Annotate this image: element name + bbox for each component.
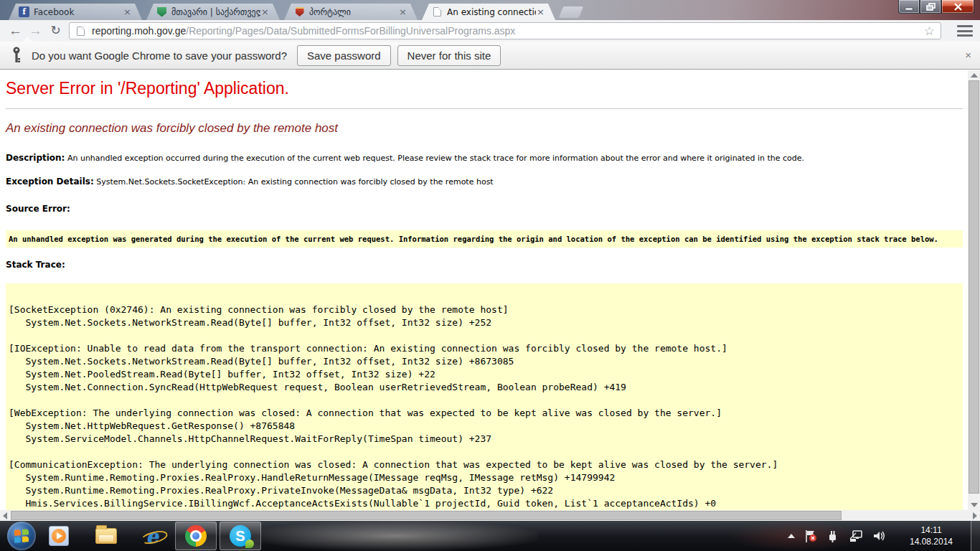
- exception-line: Exception Details: System.Net.Sockets.So…: [6, 176, 963, 187]
- internet-explorer-icon: e: [146, 525, 158, 547]
- shield-icon: [156, 6, 167, 17]
- address-bar[interactable]: reporting.moh.gov.ge/Reporting/Pages/Dat…: [69, 22, 941, 39]
- source-error-box: An unhandled exception was generated dur…: [6, 230, 963, 248]
- tab-close-icon[interactable]: ×: [123, 7, 132, 17]
- tab-mtavari[interactable]: მთავარი | საქართველოს ×: [146, 4, 280, 20]
- scroll-down-icon[interactable]: [971, 503, 978, 507]
- infobar-message: Do you want Google Chrome to save your p…: [32, 50, 287, 62]
- network-icon[interactable]: [849, 529, 863, 542]
- close-button[interactable]: [941, 0, 974, 14]
- tab-title: An existing connection wa: [447, 7, 536, 17]
- tab-strip: f Facebook × მთავარი | საქართველოს × პორ…: [9, 4, 581, 20]
- skype-taskbar-button[interactable]: S: [220, 522, 261, 550]
- description-label: Description:: [6, 153, 65, 163]
- page-title: Server Error in '/Reporting' Application…: [6, 79, 963, 99]
- start-button[interactable]: [7, 522, 36, 550]
- infobar-anchor: [22, 37, 33, 42]
- browser-titlebar: f Facebook × მთავარი | საქართველოს × პორ…: [0, 0, 980, 20]
- horizontal-scrollbar[interactable]: [0, 510, 980, 521]
- infobar-close-icon[interactable]: ×: [965, 49, 971, 61]
- save-password-button[interactable]: Save password: [297, 45, 391, 66]
- internet-explorer-button[interactable]: e: [141, 524, 164, 547]
- never-for-this-site-button[interactable]: Never for this site: [397, 45, 501, 66]
- tab-close-icon[interactable]: ×: [398, 7, 407, 17]
- window-controls: [898, 0, 974, 14]
- scroll-left-icon[interactable]: [3, 512, 7, 519]
- power-plug-icon[interactable]: [826, 529, 839, 542]
- stack-trace-box: [SocketException (0x2746): An existing c…: [6, 283, 963, 510]
- action-center-flag-icon[interactable]: [804, 529, 817, 543]
- bookmark-star-icon[interactable]: ☆: [924, 24, 935, 39]
- minimize-button[interactable]: [898, 0, 920, 14]
- scroll-right-icon[interactable]: [973, 512, 977, 519]
- minimize-icon: [905, 3, 913, 10]
- skype-icon: S: [230, 525, 251, 547]
- close-icon: [953, 3, 963, 11]
- system-tray: [788, 521, 887, 551]
- folder-icon: [95, 528, 117, 544]
- volume-icon[interactable]: [872, 529, 887, 542]
- exception-label: Exception Details:: [6, 176, 94, 187]
- tab-title: პორტალი: [309, 7, 398, 17]
- tab-error-page-active[interactable]: An existing connection wa ×: [422, 4, 555, 20]
- error-page: Server Error in '/Reporting' Application…: [0, 70, 980, 510]
- chrome-taskbar-button[interactable]: [175, 522, 217, 550]
- taskbar-clock[interactable]: 14:11 14.08.2014: [898, 524, 964, 547]
- windows-logo-icon: [14, 529, 29, 542]
- url-path: /Reporting/Pages/Data/SubmittedFormsForB…: [186, 25, 515, 37]
- browser-toolbar: ← → ↻ reporting.moh.gov.ge/Reporting/Pag…: [0, 20, 980, 42]
- scroll-up-icon[interactable]: [971, 73, 978, 77]
- divider: [6, 108, 963, 109]
- tab-title: მთავარი | საქართველოს: [171, 7, 260, 17]
- chrome-menu-icon[interactable]: [957, 25, 973, 37]
- tab-close-icon[interactable]: ×: [260, 7, 270, 17]
- description-text: An unhandled exception occurred during t…: [67, 154, 804, 163]
- windows-taskbar: e S 14:11 14.08.2014: [0, 521, 980, 551]
- media-player-button[interactable]: [47, 524, 70, 547]
- tab-portali[interactable]: პორტალი ×: [284, 4, 418, 20]
- restore-button[interactable]: [920, 0, 941, 14]
- page-icon: [432, 6, 443, 17]
- new-tab-button[interactable]: [559, 6, 583, 18]
- key-icon: [11, 47, 22, 64]
- tab-close-icon[interactable]: ×: [536, 7, 545, 17]
- vertical-scrollbar[interactable]: [968, 70, 980, 510]
- clock-date: 14.08.2014: [898, 536, 964, 547]
- restore-icon: [926, 3, 936, 11]
- show-desktop-button[interactable]: [971, 521, 980, 551]
- media-player-icon: [49, 526, 69, 546]
- tab-title: Facebook: [34, 7, 123, 17]
- chrome-icon: [185, 525, 207, 547]
- vertical-scroll-thumb[interactable]: [969, 80, 979, 494]
- clock-time: 14:11: [898, 524, 964, 536]
- tab-facebook[interactable]: f Facebook ×: [9, 4, 142, 20]
- source-error-label: Source Error:: [6, 204, 963, 214]
- explorer-button[interactable]: [95, 524, 118, 547]
- facebook-icon: f: [19, 6, 29, 17]
- page-icon: [75, 26, 86, 37]
- url-host: reporting.moh.gov.ge: [92, 25, 186, 37]
- page-subtitle: An existing connection was forcibly clos…: [6, 121, 963, 136]
- emblem-icon: [294, 6, 305, 17]
- description-line: Description: An unhandled exception occu…: [6, 153, 963, 163]
- url-text[interactable]: reporting.moh.gov.ge/Reporting/Pages/Dat…: [92, 25, 924, 37]
- stack-trace-text: [SocketException (0x2746): An existing c…: [9, 303, 960, 510]
- show-hidden-icons-button[interactable]: [788, 534, 795, 538]
- save-password-infobar: Do you want Google Chrome to save your p…: [0, 42, 980, 70]
- reload-button[interactable]: ↻: [46, 21, 65, 40]
- exception-text: System.Net.Sockets.SocketException: An e…: [96, 177, 493, 187]
- stack-trace-label: Stack Trace:: [6, 260, 963, 270]
- horizontal-scroll-thumb[interactable]: [11, 511, 842, 520]
- wallpaper-blur: [251, 521, 538, 551]
